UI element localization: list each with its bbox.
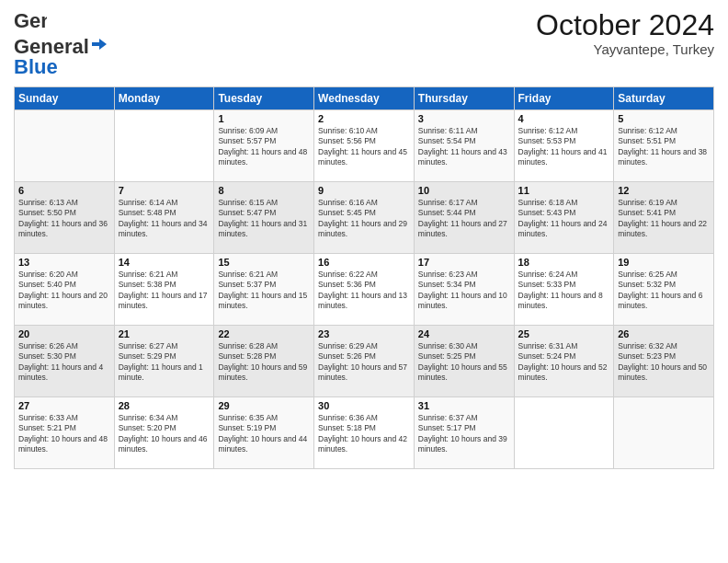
svg-text:General: General — [14, 9, 47, 32]
logo: General General Blue — [14, 9, 108, 79]
cell-info: Sunrise: 6:16 AMSunset: 5:45 PMDaylight:… — [318, 198, 410, 240]
day-number: 12 — [618, 185, 710, 196]
logo-flag-icon — [90, 37, 108, 57]
day-number: 28 — [119, 400, 210, 411]
month-year: October 2024 — [536, 9, 714, 41]
table-row — [114, 110, 214, 182]
cell-info: Sunrise: 6:23 AMSunset: 5:34 PMDaylight:… — [418, 270, 510, 312]
page: General General Blue October 2024 Yayvan… — [0, 0, 728, 563]
day-number: 1 — [218, 113, 310, 124]
cell-info: Sunrise: 6:12 AMSunset: 5:51 PMDaylight:… — [618, 126, 710, 168]
day-number: 7 — [119, 185, 210, 196]
day-number: 15 — [218, 257, 310, 268]
cell-info: Sunrise: 6:28 AMSunset: 5:28 PMDaylight:… — [218, 341, 310, 384]
col-monday: Monday — [114, 87, 214, 110]
cell-info: Sunrise: 6:35 AMSunset: 5:19 PMDaylight:… — [218, 413, 310, 455]
cell-info: Sunrise: 6:25 AMSunset: 5:32 PMDaylight:… — [618, 270, 710, 312]
cell-info: Sunrise: 6:36 AMSunset: 5:18 PMDaylight:… — [318, 413, 410, 455]
cell-info: Sunrise: 6:12 AMSunset: 5:53 PMDaylight:… — [518, 126, 610, 168]
day-number: 30 — [318, 400, 410, 411]
cell-info: Sunrise: 6:17 AMSunset: 5:44 PMDaylight:… — [418, 198, 510, 240]
col-saturday: Saturday — [614, 87, 714, 110]
cell-info: Sunrise: 6:21 AMSunset: 5:37 PMDaylight:… — [218, 270, 310, 312]
day-number: 31 — [418, 400, 510, 411]
cell-info: Sunrise: 6:09 AMSunset: 5:57 PMDaylight:… — [218, 126, 310, 168]
table-row: 14Sunrise: 6:21 AMSunset: 5:38 PMDayligh… — [114, 254, 214, 326]
cell-info: Sunrise: 6:33 AMSunset: 5:21 PMDaylight:… — [18, 413, 110, 455]
table-row: 26Sunrise: 6:32 AMSunset: 5:23 PMDayligh… — [614, 326, 714, 397]
table-row: 18Sunrise: 6:24 AMSunset: 5:33 PMDayligh… — [514, 254, 614, 326]
day-number: 17 — [418, 257, 510, 268]
cell-info: Sunrise: 6:21 AMSunset: 5:38 PMDaylight:… — [119, 270, 210, 312]
day-number: 23 — [318, 328, 410, 339]
calendar-week-row: 6Sunrise: 6:13 AMSunset: 5:50 PMDaylight… — [15, 182, 714, 254]
table-row: 30Sunrise: 6:36 AMSunset: 5:18 PMDayligh… — [314, 397, 415, 469]
col-tuesday: Tuesday — [214, 87, 314, 110]
table-row: 6Sunrise: 6:13 AMSunset: 5:50 PMDaylight… — [15, 182, 115, 254]
table-row: 21Sunrise: 6:27 AMSunset: 5:29 PMDayligh… — [114, 326, 214, 397]
cell-info: Sunrise: 6:10 AMSunset: 5:56 PMDaylight:… — [318, 126, 410, 168]
table-row: 17Sunrise: 6:23 AMSunset: 5:34 PMDayligh… — [414, 254, 514, 326]
table-row: 25Sunrise: 6:31 AMSunset: 5:24 PMDayligh… — [514, 326, 614, 397]
svg-marker-1 — [92, 39, 107, 50]
table-row: 22Sunrise: 6:28 AMSunset: 5:28 PMDayligh… — [214, 326, 314, 397]
calendar-week-row: 27Sunrise: 6:33 AMSunset: 5:21 PMDayligh… — [15, 397, 714, 469]
day-number: 11 — [518, 185, 610, 196]
table-row: 11Sunrise: 6:18 AMSunset: 5:43 PMDayligh… — [514, 182, 614, 254]
table-row: 15Sunrise: 6:21 AMSunset: 5:37 PMDayligh… — [214, 254, 314, 326]
cell-info: Sunrise: 6:30 AMSunset: 5:25 PMDaylight:… — [418, 341, 510, 384]
day-number: 24 — [418, 328, 510, 339]
day-number: 13 — [18, 257, 110, 268]
table-row: 31Sunrise: 6:37 AMSunset: 5:17 PMDayligh… — [414, 397, 514, 469]
table-row: 27Sunrise: 6:33 AMSunset: 5:21 PMDayligh… — [15, 397, 115, 469]
day-number: 22 — [218, 328, 310, 339]
day-number: 20 — [18, 328, 110, 339]
cell-info: Sunrise: 6:31 AMSunset: 5:24 PMDaylight:… — [518, 341, 610, 384]
cell-info: Sunrise: 6:20 AMSunset: 5:40 PMDaylight:… — [18, 270, 110, 312]
table-row: 19Sunrise: 6:25 AMSunset: 5:32 PMDayligh… — [614, 254, 714, 326]
table-row: 3Sunrise: 6:11 AMSunset: 5:54 PMDaylight… — [414, 110, 514, 182]
day-number: 8 — [218, 185, 310, 196]
cell-info: Sunrise: 6:32 AMSunset: 5:23 PMDaylight:… — [618, 341, 710, 384]
cell-info: Sunrise: 6:18 AMSunset: 5:43 PMDaylight:… — [518, 198, 610, 240]
cell-info: Sunrise: 6:29 AMSunset: 5:26 PMDaylight:… — [318, 341, 410, 384]
logo-icon: General — [14, 9, 47, 35]
cell-info: Sunrise: 6:24 AMSunset: 5:33 PMDaylight:… — [518, 270, 610, 312]
location: Yayvantepe, Turkey — [536, 41, 714, 57]
table-row: 29Sunrise: 6:35 AMSunset: 5:19 PMDayligh… — [214, 397, 314, 469]
day-number: 16 — [318, 257, 410, 268]
cell-info: Sunrise: 6:11 AMSunset: 5:54 PMDaylight:… — [418, 126, 510, 168]
col-thursday: Thursday — [414, 87, 514, 110]
cell-info: Sunrise: 6:26 AMSunset: 5:30 PMDaylight:… — [18, 341, 110, 384]
cell-info: Sunrise: 6:13 AMSunset: 5:50 PMDaylight:… — [18, 198, 110, 240]
day-number: 29 — [218, 400, 310, 411]
calendar-week-row: 13Sunrise: 6:20 AMSunset: 5:40 PMDayligh… — [15, 254, 714, 326]
table-row: 9Sunrise: 6:16 AMSunset: 5:45 PMDaylight… — [314, 182, 415, 254]
table-row — [514, 397, 614, 469]
day-number: 9 — [318, 185, 410, 196]
calendar-table: Sunday Monday Tuesday Wednesday Thursday… — [14, 86, 714, 469]
table-row: 7Sunrise: 6:14 AMSunset: 5:48 PMDaylight… — [114, 182, 214, 254]
table-row: 23Sunrise: 6:29 AMSunset: 5:26 PMDayligh… — [314, 326, 415, 397]
day-number: 2 — [318, 113, 410, 124]
col-friday: Friday — [514, 87, 614, 110]
day-number: 18 — [518, 257, 610, 268]
col-wednesday: Wednesday — [314, 87, 415, 110]
table-row: 4Sunrise: 6:12 AMSunset: 5:53 PMDaylight… — [514, 110, 614, 182]
cell-info: Sunrise: 6:37 AMSunset: 5:17 PMDaylight:… — [418, 413, 510, 455]
title-block: October 2024 Yayvantepe, Turkey — [536, 9, 714, 57]
day-number: 6 — [18, 185, 110, 196]
table-row: 8Sunrise: 6:15 AMSunset: 5:47 PMDaylight… — [214, 182, 314, 254]
cell-info: Sunrise: 6:27 AMSunset: 5:29 PMDaylight:… — [119, 341, 210, 384]
table-row: 2Sunrise: 6:10 AMSunset: 5:56 PMDaylight… — [314, 110, 415, 182]
table-row: 1Sunrise: 6:09 AMSunset: 5:57 PMDaylight… — [214, 110, 314, 182]
table-row — [614, 397, 714, 469]
day-number: 19 — [618, 257, 710, 268]
table-row: 28Sunrise: 6:34 AMSunset: 5:20 PMDayligh… — [114, 397, 214, 469]
day-number: 27 — [18, 400, 110, 411]
day-number: 10 — [418, 185, 510, 196]
cell-info: Sunrise: 6:22 AMSunset: 5:36 PMDaylight:… — [318, 270, 410, 312]
cell-info: Sunrise: 6:34 AMSunset: 5:20 PMDaylight:… — [119, 413, 210, 455]
table-row: 24Sunrise: 6:30 AMSunset: 5:25 PMDayligh… — [414, 326, 514, 397]
table-row: 20Sunrise: 6:26 AMSunset: 5:30 PMDayligh… — [15, 326, 115, 397]
